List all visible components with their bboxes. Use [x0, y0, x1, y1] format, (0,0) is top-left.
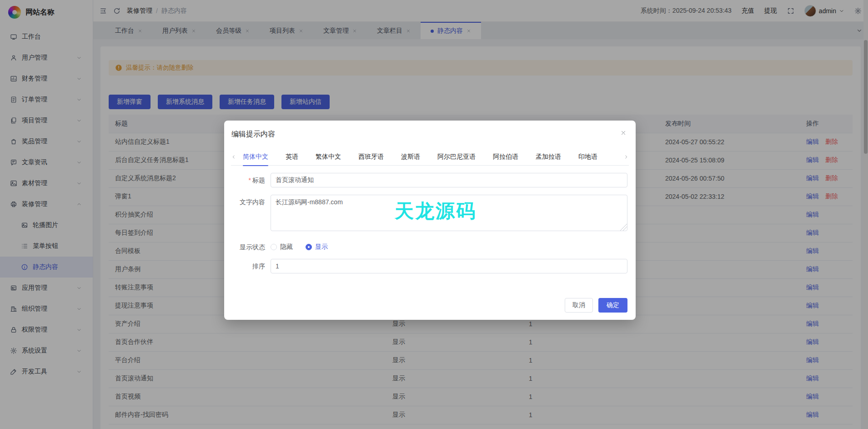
tabs-prev-chevron-icon[interactable] [231, 154, 236, 160]
radio-hide[interactable]: 隐藏 [271, 243, 293, 251]
sort-input[interactable] [271, 259, 627, 273]
radio-hide-dot [271, 244, 277, 250]
language-tab-西班牙语[interactable]: 西班牙语 [358, 148, 384, 166]
language-tabs: 简体中文英语繁体中文西班牙语波斯语阿尔巴尼亚语阿拉伯语孟加拉语印地语 [231, 148, 629, 166]
edit-dialog: 编辑提示内容 简体中文英语繁体中文西班牙语波斯语阿尔巴尼亚语阿拉伯语孟加拉语印地… [224, 121, 636, 320]
language-tab-孟加拉语[interactable]: 孟加拉语 [536, 148, 561, 166]
title-input[interactable] [271, 173, 627, 187]
language-tab-繁体中文[interactable]: 繁体中文 [316, 148, 341, 166]
state-radio-group: 隐藏 显示 [271, 240, 627, 254]
language-tab-英语[interactable]: 英语 [286, 148, 298, 166]
language-tab-阿尔巴尼亚语[interactable]: 阿尔巴尼亚语 [437, 148, 476, 166]
language-tab-波斯语[interactable]: 波斯语 [401, 148, 420, 166]
language-tab-印地语[interactable]: 印地语 [578, 148, 597, 166]
dialog-form: 标题 文字内容 显示状态 隐藏 显示 排序 [224, 166, 636, 273]
radio-hide-label: 隐藏 [280, 243, 293, 251]
radio-show[interactable]: 显示 [306, 243, 328, 251]
state-field-label: 显示状态 [231, 240, 265, 254]
content-textarea[interactable] [271, 195, 627, 231]
confirm-button[interactable]: 确定 [598, 298, 627, 313]
radio-show-label: 显示 [315, 243, 328, 251]
dialog-title: 编辑提示内容 [224, 121, 636, 139]
cancel-button[interactable]: 取消 [565, 298, 593, 313]
close-icon[interactable] [620, 130, 627, 136]
language-tab-简体中文[interactable]: 简体中文 [243, 148, 268, 166]
tabs-next-chevron-icon[interactable] [623, 154, 629, 160]
radio-show-dot [306, 244, 312, 250]
language-tab-阿拉伯语[interactable]: 阿拉伯语 [493, 148, 518, 166]
content-field-label: 文字内容 [231, 195, 265, 209]
sort-field-label: 排序 [231, 259, 265, 273]
title-field-label: 标题 [231, 173, 265, 187]
